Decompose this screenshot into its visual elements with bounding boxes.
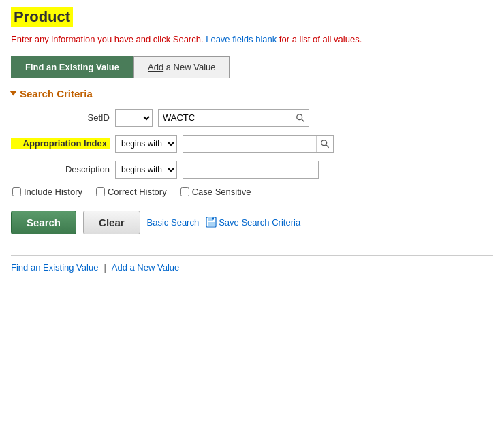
svg-point-2 xyxy=(321,140,327,145)
case-sensitive-checkbox-label[interactable]: Case Sensitive xyxy=(180,187,251,197)
setid-search-icon-btn[interactable] xyxy=(292,110,309,126)
description-label: Description xyxy=(11,164,110,174)
setid-input-wrapper xyxy=(158,109,309,127)
tab-add-new[interactable]: Add a New Value xyxy=(133,56,230,78)
checkboxes-row: Include History Correct History Case Sen… xyxy=(11,187,493,197)
correct-history-checkbox[interactable] xyxy=(96,187,105,196)
setid-row: SetID = not = begins with contains xyxy=(11,109,493,127)
tabs-container: Find an Existing Value Add a New Value xyxy=(11,56,493,78)
search-button[interactable]: Search xyxy=(11,211,76,234)
instruction-black: for a list of all values. xyxy=(277,34,362,44)
footer-separator: | xyxy=(104,262,106,273)
svg-point-0 xyxy=(297,114,302,119)
case-sensitive-label: Case Sensitive xyxy=(192,187,251,197)
svg-line-3 xyxy=(326,144,329,147)
instruction-text: Enter any information you have and click… xyxy=(11,33,493,46)
footer-add-new-link[interactable]: Add a New Value xyxy=(112,262,180,273)
description-operator-select[interactable]: begins with = not = contains ends with xyxy=(115,161,177,179)
tab-find-existing[interactable]: Find an Existing Value xyxy=(11,56,133,78)
case-sensitive-checkbox[interactable] xyxy=(180,187,189,196)
appropriation-index-input[interactable] xyxy=(183,136,316,152)
setid-operator-select[interactable]: = not = begins with contains xyxy=(115,109,153,127)
include-history-checkbox-label[interactable]: Include History xyxy=(12,187,82,197)
collapse-icon[interactable] xyxy=(10,91,17,96)
save-search-criteria-link[interactable]: Save Search Criteria xyxy=(219,217,300,228)
instruction-link-blank[interactable]: Leave fields blank xyxy=(206,34,277,44)
page-title: Product xyxy=(11,7,73,27)
clear-button[interactable]: Clear xyxy=(83,211,140,234)
include-history-checkbox[interactable] xyxy=(12,187,21,196)
svg-rect-7 xyxy=(212,218,214,220)
include-history-label: Include History xyxy=(24,187,82,197)
setid-label: SetID xyxy=(11,112,110,123)
svg-rect-5 xyxy=(208,217,213,221)
buttons-row: Search Clear Basic Search Save Search Cr… xyxy=(11,211,493,234)
magnifier-icon-2 xyxy=(320,139,330,149)
search-criteria-section: Search Criteria SetID = not = begins wit… xyxy=(11,88,493,234)
appropriation-index-operator-select[interactable]: begins with = not = contains ends with xyxy=(115,135,177,153)
appropriation-index-row: Appropriation Index begins with = not = … xyxy=(11,135,493,153)
description-row: Description begins with = not = contains… xyxy=(11,161,493,179)
correct-history-label: Correct History xyxy=(108,187,167,197)
save-icon xyxy=(206,217,217,228)
svg-line-1 xyxy=(302,119,304,121)
appropriation-index-label: Appropriation Index xyxy=(11,138,110,149)
instruction-red: Enter any information you have and click… xyxy=(11,34,204,44)
search-criteria-header: Search Criteria xyxy=(11,88,493,99)
appropriation-index-input-wrapper xyxy=(183,135,334,153)
appropriation-index-search-icon-btn[interactable] xyxy=(316,136,333,152)
description-input[interactable] xyxy=(183,161,319,179)
correct-history-checkbox-label[interactable]: Correct History xyxy=(96,187,167,197)
setid-input[interactable] xyxy=(159,110,292,126)
svg-rect-6 xyxy=(208,222,215,226)
footer-links: Find an Existing Value | Add a New Value xyxy=(11,255,493,273)
footer-find-existing-link[interactable]: Find an Existing Value xyxy=(11,262,98,273)
basic-search-link[interactable]: Basic Search xyxy=(147,217,200,228)
magnifier-icon xyxy=(296,113,305,123)
